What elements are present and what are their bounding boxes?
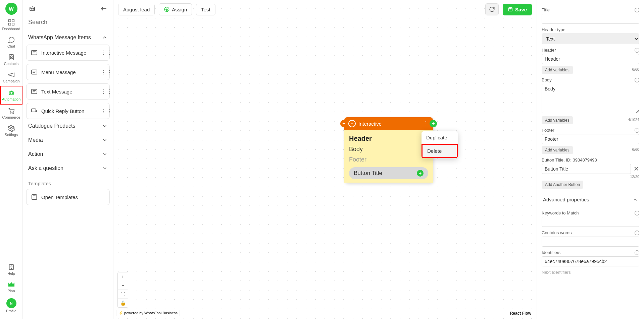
node-output-handle[interactable]: + — [430, 120, 437, 127]
info-icon[interactable]: i — [635, 78, 639, 82]
nav-automation[interactable]: Automation — [0, 86, 22, 105]
help-icon — [8, 263, 15, 271]
label-footer: Footer — [542, 128, 554, 133]
grip-icon: ⋮⋮ — [101, 108, 105, 114]
svg-point-7 — [10, 93, 11, 94]
item-menu-message[interactable]: Menu Message ⋮⋮ — [26, 64, 110, 80]
info-icon[interactable]: i — [635, 48, 639, 53]
nav-settings[interactable]: Settings — [0, 122, 22, 139]
item-quick-reply[interactable]: Quick Reply Button ⋮⋮ — [26, 103, 110, 119]
add-variables-button[interactable]: Add variables — [542, 116, 573, 124]
section-whatsapp-items[interactable]: WhatsApp Message Items — [23, 30, 113, 45]
refresh-button[interactable] — [485, 3, 499, 15]
item-label: Text Message — [41, 89, 97, 94]
flow-name[interactable]: August lead — [118, 4, 155, 15]
template-icon — [31, 193, 38, 201]
header-type-select[interactable]: Text — [542, 34, 639, 44]
add-another-button[interactable]: Add Another Button — [542, 181, 583, 189]
label-keywords: Keywords to Match — [542, 210, 579, 215]
nav-contacts[interactable]: Contacts — [0, 51, 22, 68]
svg-rect-19 — [32, 89, 37, 94]
label-body: Body — [542, 77, 552, 82]
nav-campaign[interactable]: Campaign — [0, 68, 22, 86]
node-button[interactable]: Button Title + — [349, 167, 428, 179]
grip-icon: ⋮⋮ — [101, 88, 105, 95]
nav-label: Profile — [6, 309, 16, 313]
nav-dashboard[interactable]: Dashboard — [0, 16, 22, 34]
nav-label: Plan — [7, 289, 15, 293]
info-icon[interactable]: i — [635, 128, 639, 133]
section-media[interactable]: Media — [23, 133, 113, 147]
menu-duplicate[interactable]: Duplicate — [422, 131, 458, 144]
nav-commerce[interactable]: Commerce — [0, 105, 22, 122]
add-button-icon[interactable]: + — [417, 170, 424, 177]
avatar: N — [6, 298, 16, 308]
title-input[interactable] — [542, 14, 639, 24]
search-input[interactable] — [28, 19, 108, 26]
back-arrow-icon[interactable] — [100, 5, 108, 13]
footer-input[interactable] — [542, 134, 639, 144]
save-label: Save — [515, 7, 527, 12]
info-icon[interactable]: i — [635, 211, 639, 215]
header-input[interactable] — [542, 54, 639, 64]
item-interactive-message[interactable]: Interactive Message ⋮⋮ — [26, 45, 110, 61]
node-button-label: Button Title — [354, 170, 382, 177]
node-footer-text: Footer — [349, 156, 428, 163]
keywords-input[interactable] — [542, 217, 639, 227]
footer-counter: 6/60 — [632, 147, 639, 151]
zoom-lock[interactable]: 🔒 — [118, 299, 128, 307]
node-menu-button[interactable]: ⋮ — [423, 120, 429, 127]
crown-icon — [8, 281, 15, 288]
remove-button-icon[interactable]: ✕ — [634, 165, 639, 173]
chevron-down-icon — [102, 165, 108, 171]
svg-point-8 — [12, 93, 13, 94]
identifiers-input[interactable] — [542, 256, 639, 266]
nav-chat[interactable]: Chat — [0, 34, 22, 51]
section-title: Media — [28, 137, 43, 143]
info-icon[interactable]: i — [635, 231, 639, 235]
chevron-up-icon — [102, 35, 108, 41]
section-action[interactable]: Action — [23, 147, 113, 161]
powered-by: ⚡ powered by WhatsTool Business — [116, 310, 180, 316]
save-button[interactable]: Save — [503, 4, 532, 15]
zoom-in[interactable]: + — [118, 272, 128, 281]
button-title-input[interactable] — [542, 164, 631, 174]
nav-profile[interactable]: N Profile — [0, 296, 22, 316]
nav-label: Dashboard — [2, 27, 20, 31]
campaign-icon — [8, 71, 15, 78]
reply-icon — [31, 107, 38, 115]
label-button-title: Button Title, ID: 3984879498 — [542, 157, 597, 163]
zoom-fit[interactable]: ⛶ — [118, 290, 128, 299]
zoom-out[interactable]: − — [118, 281, 128, 290]
nav-label: Contacts — [4, 62, 18, 66]
svg-point-22 — [164, 7, 169, 12]
section-catalogue[interactable]: Catalogue Products — [23, 119, 113, 133]
section-ask-question[interactable]: Ask a question — [23, 161, 113, 175]
nav-plan[interactable]: Plan — [0, 278, 22, 296]
svg-point-13 — [11, 268, 11, 268]
node-interactive[interactable]: + + Interactive ⋮ Header Body Footer But… — [344, 117, 433, 183]
advanced-properties-header[interactable]: Advanced properties — [542, 192, 639, 207]
contains-input[interactable] — [542, 237, 639, 247]
body-input[interactable]: Body — [542, 84, 639, 113]
nav-label: Settings — [5, 133, 18, 137]
node-input-handle[interactable]: + — [340, 120, 348, 127]
item-label: Interactive Message — [41, 50, 97, 56]
add-variables-button[interactable]: Add variables — [542, 66, 573, 74]
nav-help[interactable]: Help — [0, 261, 22, 278]
svg-rect-3 — [12, 23, 14, 25]
svg-rect-20 — [32, 109, 36, 112]
contacts-icon — [8, 54, 15, 61]
test-button[interactable]: Test — [196, 4, 215, 15]
info-icon[interactable]: i — [635, 8, 639, 12]
assign-button[interactable]: Assign — [159, 3, 192, 15]
menu-delete[interactable]: Delete — [422, 144, 458, 158]
svg-point-11 — [10, 127, 12, 129]
info-icon[interactable]: i — [635, 250, 639, 255]
item-text-message[interactable]: Text Message ⋮⋮ — [26, 83, 110, 100]
section-title: Catalogue Products — [28, 123, 76, 129]
open-templates[interactable]: Open Templates — [26, 189, 110, 205]
add-variables-button[interactable]: Add variables — [542, 146, 573, 154]
node-title: Interactive — [358, 121, 382, 127]
flow-canvas[interactable]: August lead Assign Test Save + + Interac… — [113, 0, 537, 319]
